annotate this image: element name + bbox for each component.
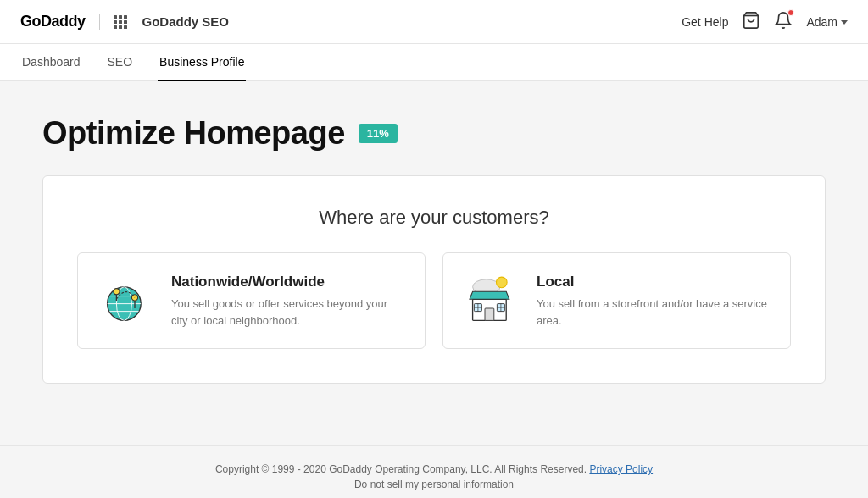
godaddy-logo: GoDaddy	[20, 13, 86, 30]
option-nationwide[interactable]: Nationwide/Worldwide You sell goods or o…	[77, 252, 426, 349]
card-question: Where are your customers?	[77, 207, 791, 229]
local-description: You sell from a storefront and/or have a…	[537, 296, 771, 329]
local-title: Local	[537, 274, 771, 290]
main-content: Optimize Homepage 11% Where are your cus…	[0, 81, 868, 445]
nationwide-text: Nationwide/Worldwide You sell goods or o…	[171, 270, 406, 329]
user-name: Adam	[806, 15, 837, 29]
app-name: GoDaddy SEO	[142, 14, 230, 29]
grid-icon[interactable]	[114, 15, 127, 29]
footer-copyright: Copyright © 1999 - 2020 GoDaddy Operatin…	[17, 463, 851, 475]
nationwide-description: You sell goods or offer services beyond …	[171, 296, 406, 329]
footer: Copyright © 1999 - 2020 GoDaddy Operatin…	[0, 445, 868, 498]
progress-badge: 11%	[359, 124, 398, 143]
card-container: Where are your customers?	[42, 175, 826, 384]
page-header: Optimize Homepage 11%	[42, 115, 826, 152]
header: GoDaddy GoDaddy SEO Get Help Adam	[0, 0, 868, 44]
options-row: Nationwide/Worldwide You sell goods or o…	[77, 252, 791, 349]
nav-item-business-profile[interactable]: Business Profile	[158, 44, 246, 81]
svg-rect-13	[485, 308, 494, 320]
chevron-down-icon	[841, 20, 848, 25]
header-left: GoDaddy GoDaddy SEO	[20, 13, 229, 30]
user-menu[interactable]: Adam	[806, 15, 848, 29]
header-right: Get Help Adam	[682, 11, 848, 33]
bell-icon[interactable]	[774, 11, 793, 33]
nav-item-dashboard[interactable]: Dashboard	[20, 44, 82, 81]
globe-icon	[97, 270, 158, 331]
notification-dot	[787, 9, 794, 16]
cart-icon[interactable]	[742, 11, 760, 33]
nav-item-seo[interactable]: SEO	[106, 44, 135, 81]
option-local[interactable]: Local You sell from a storefront and/or …	[442, 252, 791, 349]
nav: Dashboard SEO Business Profile	[0, 44, 868, 81]
footer-do-not-sell: Do not sell my personal information	[17, 479, 851, 490]
svg-point-6	[114, 289, 120, 295]
page-title: Optimize Homepage	[42, 115, 345, 152]
local-text: Local You sell from a storefront and/or …	[537, 270, 771, 329]
nationwide-title: Nationwide/Worldwide	[171, 274, 406, 290]
header-divider	[99, 14, 100, 30]
storefront-icon	[462, 270, 523, 331]
privacy-policy-link[interactable]: Privacy Policy	[589, 463, 653, 475]
get-help-link[interactable]: Get Help	[682, 15, 728, 29]
svg-point-11	[497, 277, 508, 288]
